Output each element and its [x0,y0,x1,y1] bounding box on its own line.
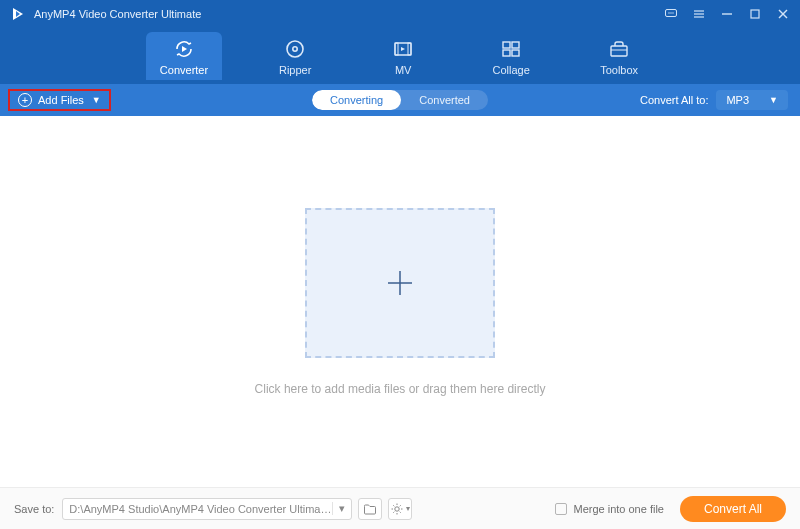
close-button[interactable] [776,7,790,21]
maximize-button[interactable] [748,7,762,21]
svg-rect-17 [395,43,398,55]
tab-mv[interactable]: MV [368,32,438,80]
convert-all-to-group: Convert All to: MP3 ▼ [640,90,788,110]
svg-rect-20 [503,42,510,48]
svg-point-14 [287,41,303,57]
save-path-value: D:\AnyMP4 Studio\AnyMP4 Video Converter … [69,503,332,515]
convert-all-to-label: Convert All to: [640,94,708,106]
svg-marker-19 [401,47,405,51]
save-path-input[interactable]: D:\AnyMP4 Studio\AnyMP4 Video Converter … [62,498,352,520]
settings-button[interactable]: ▾ [388,498,412,520]
window-controls [664,7,790,21]
ripper-icon [284,38,306,60]
checkbox-icon [555,503,567,515]
convert-all-button[interactable]: Convert All [680,496,786,522]
footer-bar: Save to: D:\AnyMP4 Studio\AnyMP4 Video C… [0,487,800,529]
tab-label: MV [395,64,412,76]
mv-icon [392,38,414,60]
svg-rect-24 [611,46,627,56]
tab-label: Converter [160,64,208,76]
feedback-icon[interactable] [664,7,678,21]
plus-circle-icon [18,93,32,107]
merge-checkbox[interactable]: Merge into one file [555,503,664,515]
toolbar: Add Files ▼ Converting Converted Convert… [0,84,800,116]
svg-point-4 [670,12,671,13]
main-nav: Converter Ripper MV Collage Toolbox [0,28,800,84]
svg-rect-18 [408,43,411,55]
plus-icon [380,263,420,303]
title-bar: AnyMP4 Video Converter Ultimate [0,0,800,28]
svg-rect-10 [751,10,759,18]
dropzone-hint: Click here to add media files or drag th… [255,382,546,396]
open-folder-button[interactable] [358,498,382,520]
merge-label: Merge into one file [573,503,664,515]
svg-point-3 [668,12,669,13]
selected-format: MP3 [726,94,749,106]
status-segment: Converting Converted [312,90,488,110]
tab-converter[interactable]: Converter [146,32,222,80]
add-files-button[interactable]: Add Files ▼ [8,89,111,111]
convert-all-label: Convert All [704,502,762,516]
svg-rect-21 [512,42,519,48]
tab-ripper[interactable]: Ripper [260,32,330,80]
svg-rect-23 [512,50,519,56]
chevron-down-icon: ▼ [769,95,778,105]
svg-marker-13 [182,46,187,52]
app-window: AnyMP4 Video Converter Ultimate Converte… [0,0,800,529]
add-media-dropzone[interactable] [305,208,495,358]
tab-label: Toolbox [600,64,638,76]
main-content: Click here to add media files or drag th… [0,116,800,487]
save-to-label: Save to: [14,503,54,515]
chevron-down-icon[interactable]: ▾ [332,502,345,515]
tab-label: Ripper [279,64,311,76]
chevron-down-icon: ▼ [92,95,101,105]
chevron-down-icon: ▾ [406,504,410,513]
minimize-button[interactable] [720,7,734,21]
tab-collage[interactable]: Collage [476,32,546,80]
output-format-select[interactable]: MP3 ▼ [716,90,788,110]
svg-point-5 [672,12,673,13]
add-files-label: Add Files [38,94,84,106]
svg-point-15 [293,47,297,51]
svg-rect-22 [503,50,510,56]
toolbox-icon [608,38,630,60]
tab-toolbox[interactable]: Toolbox [584,32,654,80]
app-logo-icon [10,6,26,22]
collage-icon [500,38,522,60]
segment-converted[interactable]: Converted [401,90,488,110]
tab-label: Collage [492,64,529,76]
segment-converting[interactable]: Converting [312,90,401,110]
svg-point-28 [395,506,399,510]
menu-icon[interactable] [692,7,706,21]
converter-icon [173,38,195,60]
app-title: AnyMP4 Video Converter Ultimate [34,8,201,20]
